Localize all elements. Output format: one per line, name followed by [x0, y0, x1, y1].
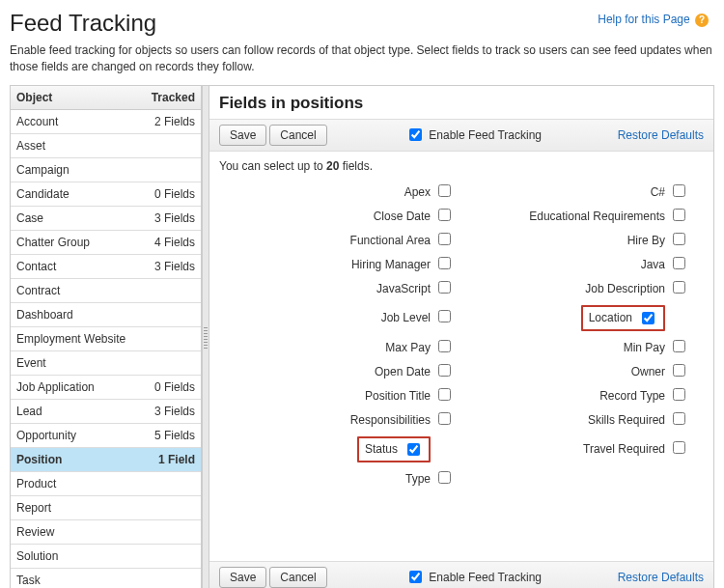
object-tracked: 3 Fields: [141, 206, 201, 230]
enable-feed-tracking-label-bottom: Enable Feed Tracking: [429, 571, 542, 584]
object-name: Asset: [11, 133, 141, 157]
object-tracked: [141, 133, 201, 157]
panel-title: Fields in positions: [209, 86, 713, 119]
object-name: Lead: [11, 399, 141, 423]
field-checkbox[interactable]: [673, 257, 685, 269]
field-checkbox[interactable]: [438, 364, 451, 377]
field-checkbox[interactable]: [673, 340, 685, 352]
object-tracked: 3 Fields: [141, 254, 201, 278]
object-row[interactable]: Contract: [11, 278, 201, 302]
object-row[interactable]: Task: [11, 568, 201, 588]
object-row[interactable]: Contact3 Fields: [11, 254, 201, 278]
object-row[interactable]: Account2 Fields: [11, 109, 201, 133]
object-row[interactable]: Campaign: [11, 157, 201, 182]
field-label: Close Date: [227, 210, 438, 223]
help-link-text: Help for this Page: [598, 13, 689, 26]
help-link[interactable]: Help for this Page ?: [598, 13, 709, 27]
select-note-count: 20: [326, 159, 339, 173]
field-checkbox[interactable]: [642, 312, 654, 324]
object-col-header[interactable]: Object: [11, 86, 141, 110]
restore-defaults-link-bottom[interactable]: Restore Defaults: [618, 571, 704, 584]
field-checkbox[interactable]: [438, 310, 451, 322]
object-row[interactable]: Case3 Fields: [11, 206, 201, 230]
cancel-button-bottom[interactable]: Cancel: [269, 567, 326, 588]
object-name: Event: [11, 350, 141, 375]
object-tracked: [141, 326, 201, 350]
field-checkbox[interactable]: [673, 209, 685, 221]
field-checkbox[interactable]: [438, 209, 451, 221]
field-label: Max Pay: [227, 341, 438, 354]
select-note-suffix: fields.: [339, 159, 373, 173]
field-label: Hire By: [461, 234, 673, 247]
field-checkbox[interactable]: [407, 443, 420, 456]
highlight-box: Status: [357, 436, 431, 462]
object-name: Account: [11, 109, 141, 133]
object-tracked: 3 Fields: [141, 399, 201, 423]
field-checkbox[interactable]: [673, 233, 685, 245]
object-table: Object Tracked Account2 FieldsAssetCampa…: [11, 86, 201, 588]
field-checkbox[interactable]: [438, 233, 451, 245]
object-tracked: [141, 495, 201, 519]
object-name: Employment Website: [11, 326, 141, 350]
field-label: Open Date: [227, 365, 438, 378]
field-checkbox[interactable]: [438, 257, 451, 269]
field-label: C#: [461, 185, 673, 199]
restore-defaults-link[interactable]: Restore Defaults: [618, 128, 704, 142]
object-row[interactable]: Review: [11, 519, 201, 544]
object-row[interactable]: Report: [11, 495, 201, 519]
field-checkbox[interactable]: [673, 388, 685, 401]
field-checkbox[interactable]: [438, 340, 451, 352]
object-name: Solution: [11, 544, 141, 568]
field-label: Position Title: [227, 389, 438, 403]
field-label: Responsibilities: [227, 413, 438, 427]
field-checkbox[interactable]: [438, 388, 451, 401]
save-button[interactable]: Save: [219, 125, 266, 146]
object-row[interactable]: Opportunity5 Fields: [11, 423, 201, 447]
object-name: Contact: [11, 254, 141, 278]
field-label: Java: [461, 258, 673, 271]
field-checkbox[interactable]: [673, 412, 685, 425]
main-layout: Object Tracked Account2 FieldsAssetCampa…: [10, 85, 714, 588]
field-label: Status: [365, 442, 398, 456]
object-list-panel: Object Tracked Account2 FieldsAssetCampa…: [11, 86, 202, 588]
field-label: Skills Required: [461, 413, 673, 427]
object-name: Product: [11, 471, 141, 495]
object-row[interactable]: Position1 Field: [11, 447, 201, 471]
object-row[interactable]: Event: [11, 350, 201, 375]
object-name: Position: [11, 447, 141, 471]
object-row[interactable]: Lead3 Fields: [11, 399, 201, 423]
save-button-bottom[interactable]: Save: [219, 567, 266, 588]
object-row[interactable]: Dashboard: [11, 302, 201, 326]
object-name: Dashboard: [11, 302, 141, 326]
tracked-col-header[interactable]: Tracked: [141, 86, 201, 110]
object-row[interactable]: Job Application0 Fields: [11, 375, 201, 399]
object-row[interactable]: Candidate0 Fields: [11, 182, 201, 206]
object-row[interactable]: Chatter Group4 Fields: [11, 230, 201, 254]
field-checkbox[interactable]: [673, 184, 685, 197]
field-checkbox[interactable]: [438, 281, 451, 294]
object-tracked: 4 Fields: [141, 230, 201, 254]
object-row[interactable]: Asset: [11, 133, 201, 157]
object-tracked: 1 Field: [141, 447, 201, 471]
enable-feed-tracking-checkbox[interactable]: [409, 128, 422, 141]
object-name: Opportunity: [11, 423, 141, 447]
enable-feed-tracking-label: Enable Feed Tracking: [429, 128, 542, 142]
field-label: Type: [227, 472, 438, 486]
object-row[interactable]: Employment Website: [11, 326, 201, 350]
object-tracked: 0 Fields: [141, 182, 201, 206]
enable-feed-tracking-checkbox-bottom[interactable]: [409, 571, 422, 583]
highlight-box: Location: [581, 305, 665, 331]
object-row[interactable]: Product: [11, 471, 201, 495]
splitter-handle[interactable]: [202, 86, 209, 588]
field-label: Hiring Manager: [227, 258, 438, 271]
field-checkbox[interactable]: [673, 364, 685, 377]
field-checkbox[interactable]: [438, 471, 451, 484]
field-checkbox[interactable]: [673, 441, 685, 454]
field-checkbox[interactable]: [673, 281, 685, 294]
object-row[interactable]: Solution: [11, 544, 201, 568]
field-label: Job Level: [227, 311, 438, 324]
object-tracked: [141, 471, 201, 495]
field-checkbox[interactable]: [438, 412, 451, 425]
field-checkbox[interactable]: [438, 184, 451, 197]
cancel-button[interactable]: Cancel: [269, 125, 326, 146]
